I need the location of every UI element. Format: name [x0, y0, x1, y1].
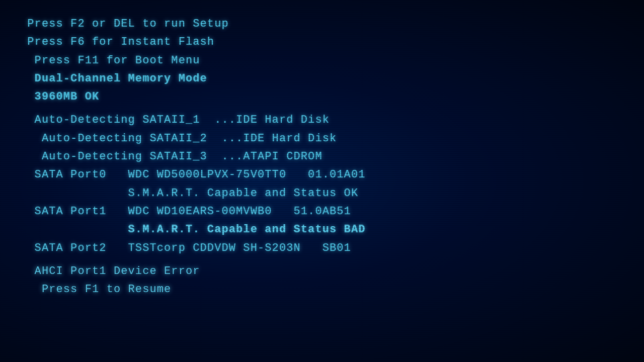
- bios-line-line8: Auto-Detecting SATAII_3 ...ATAPI CDROM: [20, 148, 624, 166]
- bios-screen: Press F2 or DEL to run Setup Press F6 fo…: [0, 0, 644, 362]
- bios-content: Press F2 or DEL to run Setup Press F6 fo…: [20, 15, 624, 299]
- bios-line-line14: AHCI Port1 Device Error: [20, 262, 624, 281]
- bios-line-line12: S.M.A.R.T. Capable and Status BAD: [20, 221, 624, 239]
- bios-line-line13: SATA Port2 TSSTcorp CDDVDW SH-S203N SB01: [20, 239, 624, 257]
- bios-spacer: [20, 257, 624, 262]
- bios-line-line4: Dual-Channel Memory Mode: [20, 70, 624, 88]
- bios-line-line7: Auto-Detecting SATAII_2 ...IDE Hard Disk: [20, 130, 624, 148]
- bios-line-line5: 3960MB OK: [20, 88, 624, 106]
- bios-line-line15: Press F1 to Resume: [20, 281, 624, 299]
- bios-line-line10: S.M.A.R.T. Capable and Status OK: [20, 185, 624, 203]
- bios-line-line3: Press F11 for Boot Menu: [20, 52, 624, 70]
- bios-line-line11: SATA Port1 WDC WD10EARS-00MVWB0 51.0AB51: [20, 203, 624, 221]
- bios-line-line6: Auto-Detecting SATAII_1 ...IDE Hard Disk: [20, 111, 624, 129]
- bios-spacer: [20, 106, 624, 111]
- bios-line-line1: Press F2 or DEL to run Setup: [20, 15, 624, 33]
- bios-line-line2: Press F6 for Instant Flash: [20, 33, 624, 51]
- bios-line-line9: SATA Port0 WDC WD5000LPVX-75V0TT0 01.01A…: [20, 166, 624, 184]
